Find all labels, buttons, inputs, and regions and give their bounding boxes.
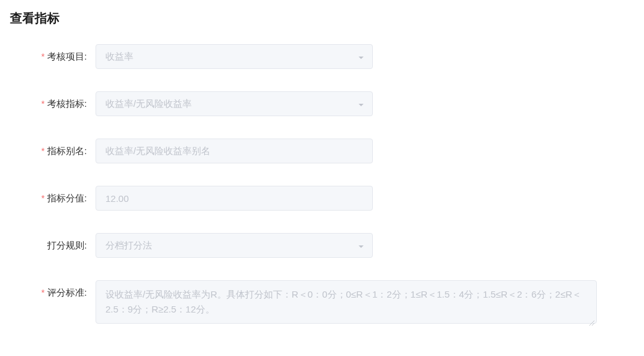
scoring-standard-label: *评分标准: (10, 280, 96, 305)
scoring-rule-select[interactable]: 分档打分法 (96, 233, 373, 258)
select-value: 收益率 (105, 51, 133, 63)
scoring-rule-label: 打分规则: (10, 233, 96, 258)
label-text: 考核项目: (47, 51, 87, 62)
form-row-scoring-standard: *评分标准: 设收益率/无风险收益率为R。具体打分如下：R＜0：0分；0≤R＜1… (10, 280, 634, 324)
label-text: 评分标准: (47, 287, 87, 298)
label-text: 指标分值: (47, 193, 87, 203)
chevron-down-icon (357, 242, 365, 249)
required-marker: * (41, 193, 44, 203)
input-value: 12.00 (105, 193, 129, 204)
indicator-alias-input[interactable]: 收益率/无风险收益率别名 (96, 139, 373, 163)
scoring-standard-textarea[interactable]: 设收益率/无风险收益率为R。具体打分如下：R＜0：0分；0≤R＜1：2分；1≤R… (96, 280, 597, 324)
svg-line-1 (592, 323, 594, 326)
chevron-down-icon (357, 100, 365, 107)
form-row-assessment-indicator: *考核指标: 收益率/无风险收益率 (10, 91, 634, 116)
select-value: 分档打分法 (105, 240, 152, 252)
assessment-indicator-select[interactable]: 收益率/无风险收益率 (96, 91, 373, 116)
resize-handle-icon (589, 316, 595, 322)
required-marker: * (41, 288, 44, 298)
label-text: 打分规则: (47, 240, 87, 250)
form-row-scoring-rule: 打分规则: 分档打分法 (10, 233, 634, 258)
label-text: 考核指标: (47, 98, 87, 109)
form-row-assessment-project: *考核项目: 收益率 (10, 44, 634, 69)
required-marker: * (41, 52, 44, 62)
svg-line-0 (589, 321, 594, 326)
textarea-value: 设收益率/无风险收益率为R。具体打分如下：R＜0：0分；0≤R＜1：2分；1≤R… (105, 289, 581, 314)
page-title: 查看指标 (10, 10, 634, 27)
form-row-indicator-score: *指标分值: 12.00 (10, 186, 634, 211)
form-row-indicator-alias: *指标别名: 收益率/无风险收益率别名 (10, 139, 634, 163)
indicator-alias-label: *指标别名: (10, 139, 96, 163)
chevron-down-icon (357, 53, 365, 60)
required-marker: * (41, 99, 44, 109)
label-text: 指标别名: (47, 145, 87, 156)
indicator-score-input[interactable]: 12.00 (96, 186, 373, 211)
assessment-project-select[interactable]: 收益率 (96, 44, 373, 69)
assessment-indicator-label: *考核指标: (10, 91, 96, 116)
select-value: 收益率/无风险收益率 (105, 98, 192, 110)
assessment-project-label: *考核项目: (10, 44, 96, 69)
required-marker: * (41, 146, 44, 156)
indicator-score-label: *指标分值: (10, 186, 96, 211)
input-value: 收益率/无风险收益率别名 (105, 145, 210, 157)
